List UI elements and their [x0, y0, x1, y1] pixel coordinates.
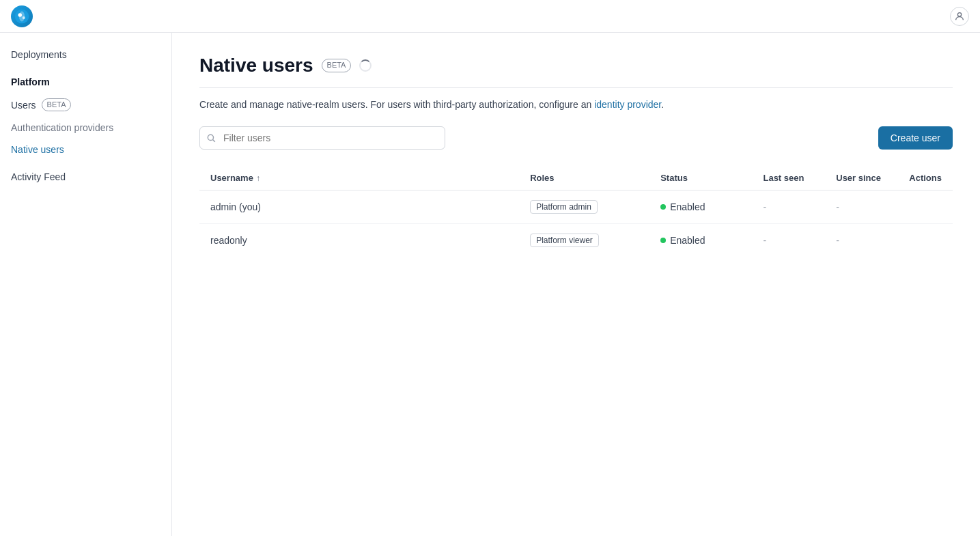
page-description: Create and manage native-realm users. Fo… [199, 99, 953, 110]
loading-spinner [359, 59, 372, 72]
status-dot-admin [660, 204, 666, 210]
cell-status-readonly: Enabled [649, 224, 752, 257]
cell-username-readonly: readonly [199, 224, 519, 257]
sidebar-item-auth-providers[interactable]: Authentication providers [0, 117, 171, 139]
svg-point-3 [23, 16, 25, 19]
cell-actions-admin [898, 191, 953, 224]
topbar [0, 0, 980, 33]
table-body: admin (you) Platform admin Enabled - [199, 191, 953, 257]
cell-username-admin: admin (you) [199, 191, 519, 224]
identity-provider-link[interactable]: identity provider [594, 99, 661, 110]
search-icon [206, 133, 216, 143]
role-badge-readonly: Platform viewer [530, 234, 599, 247]
cell-lastseen-readonly: - [752, 224, 825, 257]
page-header: Native users BETA [199, 55, 953, 76]
sort-arrow-username: ↑ [256, 173, 260, 183]
svg-point-4 [957, 12, 961, 16]
filter-users-input[interactable] [199, 126, 445, 150]
sidebar-item-activity-feed[interactable]: Activity Feed [0, 166, 171, 188]
svg-line-6 [213, 140, 215, 142]
col-header-roles: Roles [519, 166, 649, 191]
user-profile-icon[interactable] [950, 7, 969, 26]
app-layout: Deployments Platform Users BETA Authenti… [0, 33, 980, 536]
sidebar-item-users[interactable]: Users BETA [0, 93, 171, 117]
sidebar-item-platform: Platform [0, 66, 171, 93]
col-header-last-seen: Last seen [752, 166, 825, 191]
table-row: admin (you) Platform admin Enabled - [199, 191, 953, 224]
page-title: Native users [199, 55, 313, 76]
cell-lastseen-admin: - [752, 191, 825, 224]
create-user-button[interactable]: Create user [878, 126, 953, 150]
sidebar-item-deployments[interactable]: Deployments [0, 44, 171, 66]
main-content: Native users BETA Create and manage nati… [172, 33, 980, 536]
cell-role-readonly: Platform viewer [519, 224, 649, 257]
users-beta-badge: BETA [42, 98, 72, 111]
svg-point-2 [18, 13, 23, 17]
sidebar: Deployments Platform Users BETA Authenti… [0, 33, 172, 536]
filter-row: Create user [199, 126, 953, 150]
page-beta-badge: BETA [322, 59, 352, 72]
col-header-user-since: User since [825, 166, 898, 191]
col-header-actions: Actions [898, 166, 953, 191]
page-divider [199, 87, 953, 88]
status-dot-readonly [660, 238, 666, 243]
app-logo[interactable] [11, 5, 33, 27]
col-header-status: Status [649, 166, 752, 191]
sidebar-item-native-users[interactable]: Native users [0, 139, 171, 160]
cell-usersince-admin: - [825, 191, 898, 224]
filter-input-wrap [199, 126, 445, 150]
cell-role-admin: Platform admin [519, 191, 649, 224]
svg-point-5 [208, 135, 213, 140]
cell-actions-readonly [898, 224, 953, 257]
table-row: readonly Platform viewer Enabled - [199, 224, 953, 257]
table-header: Username ↑ Roles Status Last seen Use [199, 166, 953, 191]
role-badge-admin: Platform admin [530, 200, 598, 214]
cell-usersince-readonly: - [825, 224, 898, 257]
col-header-username[interactable]: Username ↑ [199, 166, 519, 191]
users-table: Username ↑ Roles Status Last seen Use [199, 166, 953, 257]
cell-status-admin: Enabled [649, 191, 752, 224]
